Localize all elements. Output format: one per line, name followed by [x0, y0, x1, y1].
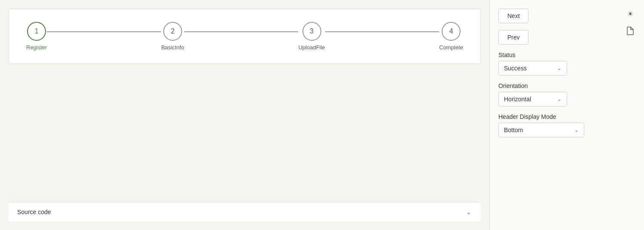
status-dropdown[interactable]: Success ⌄ [498, 61, 567, 76]
source-code-chevron-icon: ⌄ [465, 209, 472, 215]
step-1[interactable]: 1 Register [26, 22, 47, 51]
app-container: 1 Register 2 BasicInfo [0, 0, 644, 230]
header-display-chevron-icon: ⌄ [574, 127, 579, 133]
step-4-number: 4 [449, 27, 453, 35]
app-wrapper: 1 Register 2 BasicInfo [0, 0, 644, 230]
stepper-card: 1 Register 2 BasicInfo [9, 9, 481, 64]
source-code-bar[interactable]: Source code ⌄ [9, 202, 481, 221]
status-label: Status [498, 51, 635, 58]
next-button[interactable]: Next [498, 9, 528, 23]
header-display-label: Header Display Mode [498, 113, 635, 120]
status-group: Status Success ⌄ [498, 51, 635, 76]
orientation-label: Orientation [498, 82, 635, 89]
step-2[interactable]: 2 BasicInfo [161, 22, 184, 51]
stepper-line-3 [325, 31, 440, 32]
step-3-circle: 3 [302, 22, 321, 41]
step-2-label: BasicInfo [161, 44, 184, 51]
header-display-dropdown[interactable]: Bottom ⌄ [498, 123, 584, 137]
step-2-circle: 2 [163, 22, 182, 41]
stepper-track: 1 Register 2 BasicInfo [26, 22, 463, 51]
step-3-number: 3 [310, 27, 314, 35]
step-1-number: 1 [35, 27, 39, 35]
step-4-label: Complete [439, 44, 463, 51]
header-display-value: Bottom [504, 127, 523, 133]
step-2-number: 2 [171, 27, 174, 35]
content-area [9, 64, 481, 202]
stepper-line-2 [184, 31, 299, 32]
orientation-group: Orientation Horizontal ⌄ [498, 82, 635, 106]
source-code-label: Source code [17, 209, 51, 215]
right-panel: Next Prev Status Success ⌄ Orientation H… [489, 0, 644, 230]
step-1-label: Register [26, 44, 47, 51]
main-area: 1 Register 2 BasicInfo [0, 0, 489, 230]
step-3[interactable]: 3 UploadFile [298, 22, 325, 51]
step-4-circle: 4 [442, 22, 461, 41]
orientation-chevron-icon: ⌄ [557, 96, 562, 102]
status-value: Success [504, 65, 527, 72]
step-4[interactable]: 4 Complete [439, 22, 463, 51]
orientation-dropdown[interactable]: Horizontal ⌄ [498, 92, 567, 106]
prev-button[interactable]: Prev [498, 30, 528, 45]
file-icon[interactable] [623, 24, 637, 38]
header-display-group: Header Display Mode Bottom ⌄ [498, 113, 635, 137]
status-chevron-icon: ⌄ [557, 65, 562, 71]
step-1-circle: 1 [27, 22, 46, 41]
step-3-label: UploadFile [298, 44, 325, 51]
theme-toggle-icon[interactable]: ☀ [623, 7, 637, 21]
orientation-value: Horizontal [504, 96, 531, 103]
top-right-icons: ☀ [623, 7, 637, 38]
stepper-line-1 [47, 31, 161, 32]
